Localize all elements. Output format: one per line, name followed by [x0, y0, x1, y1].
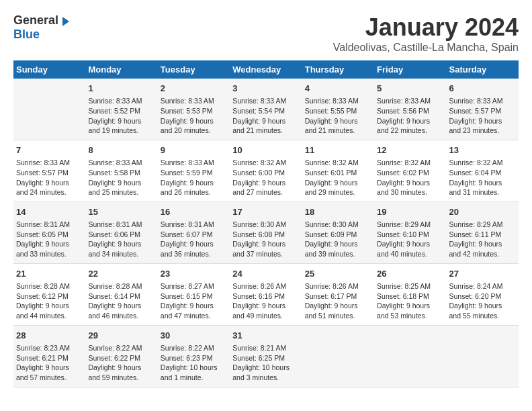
- calendar-cell: 16Sunrise: 8:31 AM Sunset: 6:07 PM Dayli…: [158, 201, 230, 263]
- calendar-cell: 8Sunrise: 8:33 AM Sunset: 5:58 PM Daylig…: [85, 140, 157, 201]
- calendar-cell: 3Sunrise: 8:33 AM Sunset: 5:54 PM Daylig…: [230, 79, 302, 140]
- header-monday: Monday: [85, 60, 157, 79]
- week-row-3: 14Sunrise: 8:31 AM Sunset: 6:05 PM Dayli…: [13, 201, 519, 263]
- calendar-cell: [447, 325, 519, 387]
- header-friday: Friday: [374, 60, 446, 79]
- day-number: 27: [449, 268, 516, 280]
- calendar-cell: 2Sunrise: 8:33 AM Sunset: 5:53 PM Daylig…: [158, 79, 230, 140]
- header-wednesday: Wednesday: [230, 60, 302, 79]
- day-info: Sunrise: 8:30 AM Sunset: 6:09 PM Dayligh…: [305, 220, 371, 259]
- day-info: Sunrise: 8:25 AM Sunset: 6:18 PM Dayligh…: [377, 281, 443, 321]
- day-number: 21: [16, 268, 83, 280]
- logo-line1: General: [13, 13, 72, 28]
- day-number: 17: [232, 206, 299, 218]
- day-number: 28: [16, 330, 83, 342]
- day-info: Sunrise: 8:22 AM Sunset: 6:22 PM Dayligh…: [88, 343, 154, 383]
- calendar-cell: 27Sunrise: 8:24 AM Sunset: 6:20 PM Dayli…: [447, 263, 519, 325]
- calendar-cell: 28Sunrise: 8:23 AM Sunset: 6:21 PM Dayli…: [13, 325, 85, 387]
- calendar-header-row: SundayMondayTuesdayWednesdayThursdayFrid…: [13, 60, 519, 79]
- calendar-cell: 11Sunrise: 8:32 AM Sunset: 6:01 PM Dayli…: [302, 140, 374, 201]
- day-number: 29: [88, 330, 154, 342]
- day-info: Sunrise: 8:33 AM Sunset: 5:54 PM Dayligh…: [232, 96, 299, 136]
- day-number: 30: [161, 330, 227, 342]
- day-info: Sunrise: 8:33 AM Sunset: 5:53 PM Dayligh…: [161, 96, 227, 136]
- day-info: Sunrise: 8:32 AM Sunset: 6:01 PM Dayligh…: [305, 158, 371, 197]
- day-number: 18: [305, 206, 371, 218]
- day-info: Sunrise: 8:27 AM Sunset: 6:15 PM Dayligh…: [161, 281, 227, 321]
- day-number: 4: [305, 83, 371, 95]
- calendar-cell: 23Sunrise: 8:27 AM Sunset: 6:15 PM Dayli…: [158, 263, 230, 325]
- day-info: Sunrise: 8:22 AM Sunset: 6:23 PM Dayligh…: [161, 343, 227, 383]
- day-number: 14: [16, 206, 83, 218]
- calendar-cell: 26Sunrise: 8:25 AM Sunset: 6:18 PM Dayli…: [374, 263, 446, 325]
- day-info: Sunrise: 8:32 AM Sunset: 6:04 PM Dayligh…: [449, 158, 516, 197]
- day-info: Sunrise: 8:32 AM Sunset: 6:00 PM Dayligh…: [232, 158, 299, 197]
- calendar-cell: 24Sunrise: 8:26 AM Sunset: 6:16 PM Dayli…: [230, 263, 302, 325]
- day-info: Sunrise: 8:24 AM Sunset: 6:20 PM Dayligh…: [449, 281, 516, 321]
- svg-marker-0: [62, 17, 69, 26]
- logo-arrow-icon: [60, 15, 72, 28]
- header-sunday: Sunday: [13, 60, 85, 79]
- day-number: 22: [88, 268, 154, 280]
- day-number: 23: [161, 268, 227, 280]
- day-number: 31: [232, 330, 299, 342]
- calendar-cell: 14Sunrise: 8:31 AM Sunset: 6:05 PM Dayli…: [13, 201, 85, 263]
- header-thursday: Thursday: [302, 60, 374, 79]
- week-row-5: 28Sunrise: 8:23 AM Sunset: 6:21 PM Dayli…: [13, 325, 519, 387]
- week-row-4: 21Sunrise: 8:28 AM Sunset: 6:12 PM Dayli…: [13, 263, 519, 325]
- day-number: 8: [88, 144, 154, 156]
- header-tuesday: Tuesday: [158, 60, 230, 79]
- calendar-cell: 1Sunrise: 8:33 AM Sunset: 5:52 PM Daylig…: [85, 79, 157, 140]
- calendar-cell: [302, 325, 374, 387]
- day-number: 10: [232, 144, 299, 156]
- calendar-cell: 19Sunrise: 8:29 AM Sunset: 6:10 PM Dayli…: [374, 201, 446, 263]
- day-number: 7: [16, 144, 83, 156]
- calendar-cell: [13, 79, 85, 140]
- month-title: January 2024: [333, 13, 519, 42]
- day-info: Sunrise: 8:31 AM Sunset: 6:06 PM Dayligh…: [88, 220, 154, 259]
- day-info: Sunrise: 8:29 AM Sunset: 6:11 PM Dayligh…: [449, 220, 516, 259]
- day-number: 24: [232, 268, 299, 280]
- day-info: Sunrise: 8:33 AM Sunset: 5:57 PM Dayligh…: [16, 158, 83, 197]
- day-number: 19: [377, 206, 443, 218]
- day-number: 15: [88, 206, 154, 218]
- day-number: 12: [377, 144, 443, 156]
- day-info: Sunrise: 8:21 AM Sunset: 6:25 PM Dayligh…: [232, 343, 299, 383]
- day-info: Sunrise: 8:26 AM Sunset: 6:17 PM Dayligh…: [305, 281, 371, 321]
- day-number: 6: [449, 83, 516, 95]
- header-saturday: Saturday: [447, 60, 519, 79]
- day-number: 13: [449, 144, 516, 156]
- day-info: Sunrise: 8:33 AM Sunset: 5:59 PM Dayligh…: [161, 158, 227, 197]
- calendar-cell: 29Sunrise: 8:22 AM Sunset: 6:22 PM Dayli…: [85, 325, 157, 387]
- day-number: 25: [305, 268, 371, 280]
- day-info: Sunrise: 8:23 AM Sunset: 6:21 PM Dayligh…: [16, 343, 83, 383]
- day-info: Sunrise: 8:33 AM Sunset: 5:56 PM Dayligh…: [377, 96, 443, 136]
- calendar-cell: 12Sunrise: 8:32 AM Sunset: 6:02 PM Dayli…: [374, 140, 446, 201]
- week-row-2: 7Sunrise: 8:33 AM Sunset: 5:57 PM Daylig…: [13, 140, 519, 201]
- day-info: Sunrise: 8:33 AM Sunset: 5:52 PM Dayligh…: [88, 96, 154, 136]
- calendar-cell: 30Sunrise: 8:22 AM Sunset: 6:23 PM Dayli…: [158, 325, 230, 387]
- calendar-cell: 17Sunrise: 8:30 AM Sunset: 6:08 PM Dayli…: [230, 201, 302, 263]
- day-info: Sunrise: 8:33 AM Sunset: 5:57 PM Dayligh…: [449, 96, 516, 136]
- week-row-1: 1Sunrise: 8:33 AM Sunset: 5:52 PM Daylig…: [13, 79, 519, 140]
- day-number: 9: [161, 144, 227, 156]
- day-info: Sunrise: 8:32 AM Sunset: 6:02 PM Dayligh…: [377, 158, 443, 197]
- calendar-cell: 7Sunrise: 8:33 AM Sunset: 5:57 PM Daylig…: [13, 140, 85, 201]
- calendar-cell: 4Sunrise: 8:33 AM Sunset: 5:55 PM Daylig…: [302, 79, 374, 140]
- location-title: Valdeolivas, Castille-La Mancha, Spain: [333, 42, 519, 54]
- calendar-cell: 9Sunrise: 8:33 AM Sunset: 5:59 PM Daylig…: [158, 140, 230, 201]
- logo: General Blue: [13, 13, 72, 42]
- day-number: 5: [377, 83, 443, 95]
- day-number: 20: [449, 206, 516, 218]
- day-number: 3: [232, 83, 299, 95]
- logo-general-text: General: [13, 13, 58, 27]
- title-area: January 2024 Valdeolivas, Castille-La Ma…: [333, 13, 519, 54]
- day-info: Sunrise: 8:33 AM Sunset: 5:55 PM Dayligh…: [305, 96, 371, 136]
- day-number: 16: [161, 206, 227, 218]
- calendar-cell: 22Sunrise: 8:28 AM Sunset: 6:14 PM Dayli…: [85, 263, 157, 325]
- calendar-cell: 20Sunrise: 8:29 AM Sunset: 6:11 PM Dayli…: [447, 201, 519, 263]
- day-info: Sunrise: 8:30 AM Sunset: 6:08 PM Dayligh…: [232, 220, 299, 259]
- calendar-cell: 18Sunrise: 8:30 AM Sunset: 6:09 PM Dayli…: [302, 201, 374, 263]
- calendar-cell: 5Sunrise: 8:33 AM Sunset: 5:56 PM Daylig…: [374, 79, 446, 140]
- day-number: 26: [377, 268, 443, 280]
